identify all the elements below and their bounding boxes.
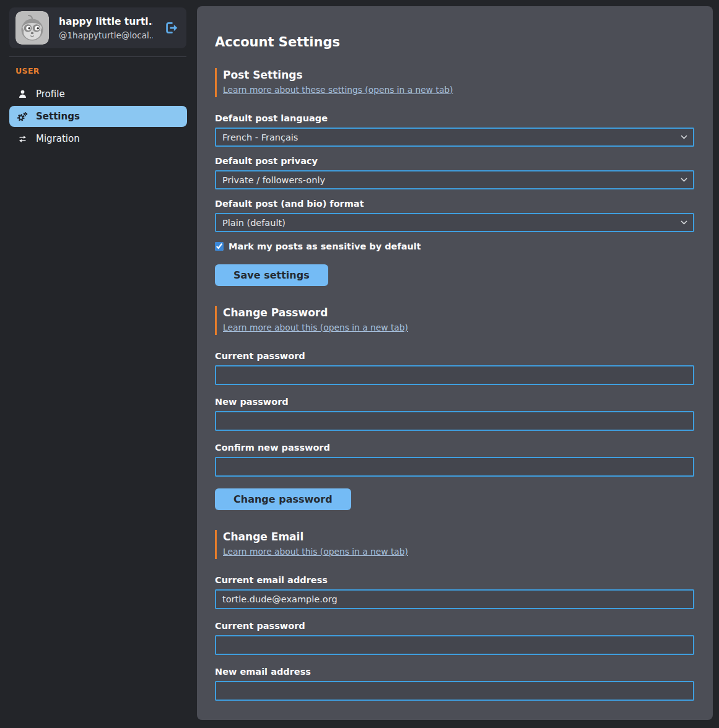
- save-settings-button[interactable]: Save settings: [215, 264, 328, 286]
- email-current-password-input[interactable]: [215, 635, 694, 655]
- user-icon: [17, 89, 28, 100]
- select-wrap: French - Français: [215, 128, 694, 147]
- sidebar-item-migration[interactable]: Migration: [9, 128, 187, 149]
- sidebar: happy little turtl... @1happyturtle@loca…: [0, 0, 197, 728]
- default-post-format-select[interactable]: Plain (default): [215, 213, 694, 232]
- current-password-group: Current password: [215, 351, 694, 385]
- checkbox-label: Mark my posts as sensitive by default: [229, 241, 421, 251]
- sensitive-by-default-row: Mark my posts as sensitive by default: [215, 241, 694, 251]
- post-settings-learn-more-link[interactable]: Learn more about these settings (opens i…: [223, 85, 453, 95]
- new-password-group: New password: [215, 397, 694, 431]
- default-post-format-group: Default post (and bio) format Plain (def…: [215, 199, 694, 232]
- confirm-new-password-group: Confirm new password: [215, 443, 694, 477]
- sidebar-item-label: Settings: [36, 111, 80, 122]
- post-settings-header: Post Settings Learn more about these set…: [215, 68, 694, 97]
- logout-icon: [164, 20, 179, 35]
- default-post-language-select[interactable]: French - Français: [215, 128, 694, 147]
- field-label: Default post privacy: [215, 156, 694, 166]
- new-email-group: New email address: [215, 667, 694, 701]
- avatar: [15, 11, 49, 45]
- change-password-section: Change Password Learn more about this (o…: [215, 306, 694, 510]
- sidebar-item-profile[interactable]: Profile: [9, 84, 187, 105]
- change-password-button[interactable]: Change password: [215, 488, 351, 510]
- section-heading: Change Email: [223, 531, 694, 543]
- section-heading: Change Password: [223, 306, 694, 319]
- field-label: Current email address: [215, 575, 694, 585]
- field-label: Current password: [215, 351, 694, 361]
- user-display-name: happy little turtl...: [59, 16, 153, 27]
- post-settings-section: Post Settings Learn more about these set…: [215, 68, 694, 286]
- nav-section-label: USER: [15, 66, 197, 76]
- change-password-learn-more-link[interactable]: Learn more about this (opens in a new ta…: [223, 323, 408, 332]
- default-post-privacy-select[interactable]: Private / followers-only: [215, 170, 694, 189]
- current-email-input[interactable]: [215, 589, 694, 609]
- change-email-header: Change Email Learn more about this (open…: [215, 530, 694, 559]
- new-email-input[interactable]: [215, 681, 694, 701]
- sidebar-item-label: Migration: [36, 133, 80, 144]
- new-password-input[interactable]: [215, 411, 694, 431]
- sidebar-item-label: Profile: [36, 89, 65, 100]
- page-title: Account Settings: [215, 35, 694, 50]
- select-wrap: Private / followers-only: [215, 170, 694, 189]
- field-label: Confirm new password: [215, 443, 694, 453]
- sloth-avatar-icon: [15, 11, 49, 45]
- gears-icon: [17, 111, 28, 122]
- change-password-header: Change Password Learn more about this (o…: [215, 306, 694, 335]
- current-password-input[interactable]: [215, 365, 694, 385]
- email-current-password-group: Current password: [215, 621, 694, 655]
- sidebar-item-settings[interactable]: Settings: [9, 106, 187, 127]
- user-card: happy little turtl... @1happyturtle@loca…: [9, 7, 186, 48]
- default-post-privacy-group: Default post privacy Private / followers…: [215, 156, 694, 189]
- account-settings-panel: Account Settings Post Settings Learn mor…: [197, 6, 713, 720]
- field-label: New email address: [215, 667, 694, 677]
- sidebar-nav: Profile Settings: [0, 84, 197, 149]
- app-root: happy little turtl... @1happyturtle@loca…: [0, 0, 719, 728]
- field-label: Current password: [215, 621, 694, 631]
- confirm-new-password-input[interactable]: [215, 457, 694, 477]
- sidebar-divider: [9, 56, 186, 57]
- current-email-group: Current email address: [215, 575, 694, 609]
- user-identity: happy little turtl... @1happyturtle@loca…: [59, 16, 153, 40]
- field-label: New password: [215, 397, 694, 407]
- user-handle: @1happyturtle@local...: [59, 30, 153, 40]
- field-label: Default post (and bio) format: [215, 199, 694, 209]
- transfer-arrows-icon: [17, 133, 28, 144]
- logout-button[interactable]: [163, 19, 180, 37]
- sensitive-by-default-checkbox[interactable]: [215, 242, 224, 251]
- default-post-language-group: Default post language French - Français: [215, 113, 694, 147]
- section-heading: Post Settings: [223, 69, 694, 81]
- change-email-section: Change Email Learn more about this (open…: [215, 530, 694, 720]
- field-label: Default post language: [215, 113, 694, 123]
- select-wrap: Plain (default): [215, 213, 694, 232]
- change-email-learn-more-link[interactable]: Learn more about this (opens in a new ta…: [223, 547, 408, 557]
